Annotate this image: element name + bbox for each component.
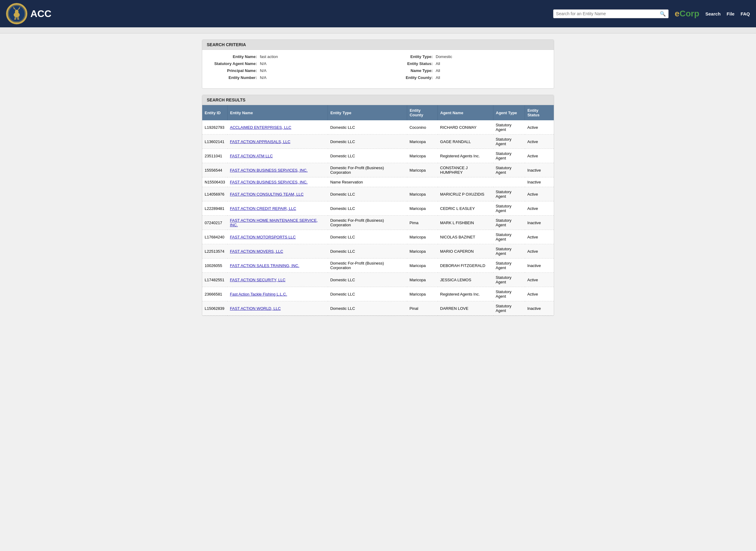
- criteria-name-type: Name Type: All: [384, 68, 548, 73]
- cell-entity-type: Domestic LLC: [328, 244, 407, 258]
- criteria-right: Entity Type: Domestic Entity Status: All…: [384, 54, 548, 82]
- table-row: 23666581Fast Action Tackle Fishing L.L.C…: [202, 287, 554, 301]
- entity-name-link[interactable]: FAST ACTION SECURITY, LLC: [230, 278, 285, 282]
- cell-entity-name[interactable]: ACCLAIMED ENTERPRISES, LLC: [227, 120, 328, 134]
- cell-entity-status: Inactive: [525, 177, 554, 187]
- cell-entity-id: L22289481: [202, 201, 227, 216]
- cell-entity-name[interactable]: FAST ACTION SALES TRAINING, INC.: [227, 258, 328, 273]
- cell-entity-county: Maricopa: [407, 149, 438, 163]
- cell-entity-id: 15556544: [202, 163, 227, 177]
- cell-entity-name[interactable]: Fast Action Tackle Fishing L.L.C.: [227, 287, 328, 301]
- cell-entity-type: Domestic LLC: [328, 187, 407, 201]
- criteria-entity-type: Entity Type: Domestic: [384, 54, 548, 59]
- cell-entity-name[interactable]: FAST ACTION CREDIT REPAIR, LLC: [227, 201, 328, 216]
- table-row: 23511041FAST ACTION ATM LLCDomestic LLCM…: [202, 149, 554, 163]
- criteria-principal-name: Principal Name: N/A: [208, 68, 372, 73]
- table-row: L19262793ACCLAIMED ENTERPRISES, LLCDomes…: [202, 120, 554, 134]
- cell-agent-type: Statutory Agent: [493, 134, 525, 149]
- search-icon-button[interactable]: 🔍: [660, 11, 666, 17]
- cell-entity-name[interactable]: FAST ACTION WORLD, LLC: [227, 301, 328, 316]
- search-input[interactable]: [556, 11, 660, 16]
- cell-agent-type: Statutory Agent: [493, 216, 525, 230]
- entity-name-link[interactable]: ACCLAIMED ENTERPRISES, LLC: [230, 125, 291, 130]
- criteria-entity-number: Entity Number: N/A: [208, 75, 372, 80]
- cell-entity-type: Domestic LLC: [328, 301, 407, 316]
- entity-name-link[interactable]: FAST ACTION BUSINESS SERVICES, INC.: [230, 168, 308, 172]
- entity-name-label: Entity Name:: [208, 54, 257, 59]
- cell-entity-id: L13602141: [202, 134, 227, 149]
- entity-name-link[interactable]: FAST ACTION CONSULTING TEAM, LLC: [230, 192, 304, 196]
- entity-name-link[interactable]: FAST ACTION MOTORSPORTS LLC: [230, 235, 296, 239]
- cell-agent-name: GAGE RANDALL: [438, 134, 493, 149]
- entity-name-link[interactable]: FAST ACTION ATM LLC: [230, 154, 273, 158]
- entity-name-link[interactable]: FAST ACTION MOVERS, LLC: [230, 249, 283, 253]
- entity-name-link[interactable]: FAST ACTION APPRAISALS, LLC: [230, 139, 290, 144]
- entity-county-value: All: [436, 75, 440, 80]
- cell-entity-id: L14056976: [202, 187, 227, 201]
- entity-number-value: N/A: [260, 75, 267, 80]
- cell-agent-type: Statutory Agent: [493, 201, 525, 216]
- cell-agent-type: Statutory Agent: [493, 120, 525, 134]
- criteria-entity-name: Entity Name: fast action: [208, 54, 372, 59]
- cell-entity-name[interactable]: FAST ACTION HOME MAINTENANCE SERVICE, IN…: [227, 216, 328, 230]
- cell-entity-name[interactable]: FAST ACTION ATM LLC: [227, 149, 328, 163]
- ecorp-logo: eCorp: [675, 9, 699, 19]
- cell-entity-status: Active: [525, 134, 554, 149]
- cell-entity-county: Maricopa: [407, 287, 438, 301]
- cell-entity-name[interactable]: FAST ACTION MOVERS, LLC: [227, 244, 328, 258]
- cell-entity-name[interactable]: FAST ACTION SECURITY, LLC: [227, 273, 328, 287]
- cell-entity-type: Name Reservation: [328, 177, 407, 187]
- entity-name-link[interactable]: Fast Action Tackle Fishing L.L.C.: [230, 292, 287, 297]
- svg-line-9: [19, 8, 20, 9]
- cell-entity-county: Maricopa: [407, 134, 438, 149]
- cell-entity-id: L15062839: [202, 301, 227, 316]
- cell-agent-name: RICHARD CONWAY: [438, 120, 493, 134]
- cell-entity-county: Coconino: [407, 120, 438, 134]
- entity-name-link[interactable]: FAST ACTION BUSINESS SERVICES, INC.: [230, 180, 308, 184]
- cell-agent-name: DARREN LOVE: [438, 301, 493, 316]
- cell-entity-name[interactable]: FAST ACTION BUSINESS SERVICES, INC.: [227, 163, 328, 177]
- table-row: 15556544FAST ACTION BUSINESS SERVICES, I…: [202, 163, 554, 177]
- cell-entity-name[interactable]: FAST ACTION APPRAISALS, LLC: [227, 134, 328, 149]
- cell-entity-type: Domestic LLC: [328, 149, 407, 163]
- criteria-entity-status: Entity Status: All: [384, 61, 548, 66]
- nav-search[interactable]: Search: [705, 11, 720, 16]
- cell-entity-id: L17482551: [202, 273, 227, 287]
- cell-entity-type: Domestic For-Profit (Business) Corporati…: [328, 163, 407, 177]
- logo-area: • 1912 • ACC: [6, 3, 51, 24]
- search-criteria-header: SEARCH CRITERIA: [202, 40, 554, 50]
- table-header: Entity ID Entity Name Entity Type Entity…: [202, 105, 554, 120]
- cell-agent-type: Statutory Agent: [493, 149, 525, 163]
- cell-entity-name[interactable]: FAST ACTION BUSINESS SERVICES, INC.: [227, 177, 328, 187]
- entity-status-label: Entity Status:: [384, 61, 433, 66]
- cell-entity-id: 10026055: [202, 258, 227, 273]
- cell-entity-status: Active: [525, 149, 554, 163]
- entity-name-link[interactable]: FAST ACTION SALES TRAINING, INC.: [230, 263, 299, 268]
- col-entity-county: Entity County: [407, 105, 438, 120]
- criteria-entity-county: Entity County: All: [384, 75, 548, 80]
- acc-title: ACC: [30, 8, 51, 19]
- cell-entity-county: Pinal: [407, 301, 438, 316]
- cell-entity-id: 07240217: [202, 216, 227, 230]
- cell-agent-type: [493, 177, 525, 187]
- cell-entity-id: L19262793: [202, 120, 227, 134]
- nav-faq[interactable]: FAQ: [741, 11, 750, 16]
- entity-type-label: Entity Type:: [384, 54, 433, 59]
- entity-name-link[interactable]: FAST ACTION WORLD, LLC: [230, 306, 281, 311]
- nav-file[interactable]: File: [727, 11, 734, 16]
- cell-entity-name[interactable]: FAST ACTION CONSULTING TEAM, LLC: [227, 187, 328, 201]
- cell-entity-county: Maricopa: [407, 163, 438, 177]
- cell-entity-id: 23511041: [202, 149, 227, 163]
- cell-entity-type: Domestic LLC: [328, 120, 407, 134]
- entity-name-link[interactable]: FAST ACTION CREDIT REPAIR, LLC: [230, 206, 296, 211]
- cell-agent-name: MARICRUZ P OXUZIDIS: [438, 187, 493, 201]
- criteria-grid: Entity Name: fast action Statutory Agent…: [202, 50, 554, 84]
- col-entity-id: Entity ID: [202, 105, 227, 120]
- table-row: L13602141FAST ACTION APPRAISALS, LLCDome…: [202, 134, 554, 149]
- entity-name-link[interactable]: FAST ACTION HOME MAINTENANCE SERVICE, IN…: [230, 218, 318, 227]
- table-row: L22513574FAST ACTION MOVERS, LLCDomestic…: [202, 244, 554, 258]
- cell-entity-name[interactable]: FAST ACTION MOTORSPORTS LLC: [227, 230, 328, 244]
- cell-entity-type: Domestic For-Profit (Business) Corporati…: [328, 258, 407, 273]
- cell-agent-name: [438, 177, 493, 187]
- search-results-header: SEARCH RESULTS: [202, 95, 554, 105]
